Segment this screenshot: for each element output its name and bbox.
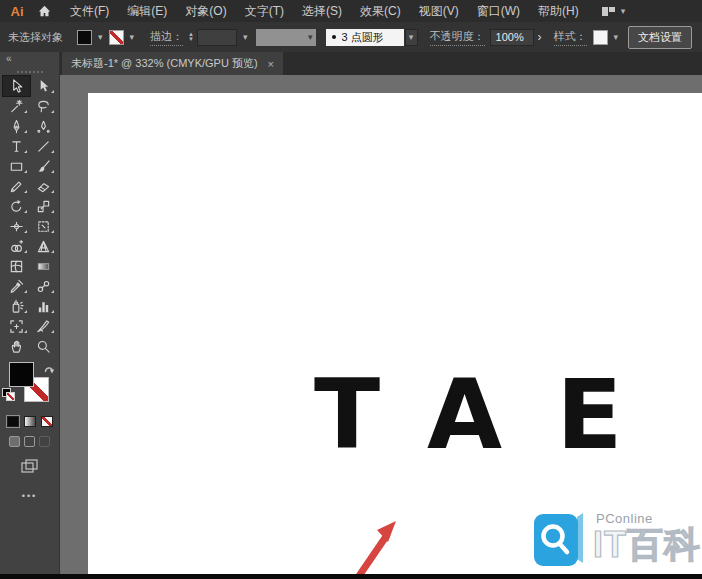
menu-window[interactable]: 窗口(W) [468,3,529,20]
collapse-panel-icon[interactable]: « [0,52,18,66]
type-tool[interactable] [3,136,30,156]
watermark-text: PConline IT百科 [593,511,701,564]
variable-width-profile-dropdown[interactable]: ▾ [256,29,316,46]
menu-bar: Ai 文件(F) 编辑(E) 对象(O) 文字(T) 选择(S) 效果(C) 视… [0,0,702,22]
stroke-weight-stepper[interactable]: ▲ ▼ [188,32,194,42]
chevron-down-icon[interactable]: ▾ [243,33,248,42]
chevron-down-icon: ▾ [308,33,313,42]
shape-builder-tool[interactable] [3,236,30,256]
free-transform-tool[interactable] [30,216,57,236]
paint-mode-buttons [7,416,53,427]
style-label[interactable]: 样式： [554,29,587,46]
none-mode-button[interactable] [41,416,53,427]
drawing-mode-buttons [9,436,50,447]
pen-tool[interactable] [3,116,30,136]
direct-selection-tool[interactable] [30,76,57,96]
stepper-down-icon[interactable]: ▼ [188,37,194,42]
home-icon[interactable] [38,5,51,17]
brush-preview-dot [332,35,336,39]
scale-tool[interactable] [30,196,57,216]
style-swatch[interactable] [593,30,608,45]
stroke-weight-label[interactable]: 描边： [150,29,183,46]
fill-stroke-cluster [2,360,58,412]
opacity-flyout-icon[interactable]: › [538,30,542,44]
blend-tool[interactable] [30,276,57,296]
artboard-tool[interactable] [3,316,30,336]
draw-inside-button[interactable] [39,436,50,447]
stroke-color-swatch[interactable] [109,30,124,45]
pconline-logo-icon [534,511,584,567]
eyedropper-tool[interactable] [3,276,30,296]
magic-wand-tool[interactable] [3,96,30,116]
close-icon[interactable]: × [268,58,274,70]
curvature-tool[interactable] [30,116,57,136]
column-graph-tool[interactable] [30,296,57,316]
control-bar: 未选择对象 ▾ ▾ 描边： ▲ ▼ ▾ ▾ 3 点圆形 ▾ 不透明度： 100%… [0,22,702,53]
more-tools-icon[interactable]: ••• [22,491,37,501]
rectangle-tool[interactable] [3,156,30,176]
draw-behind-button[interactable] [24,436,35,447]
canvas-text[interactable]: TAE [314,366,677,463]
chevron-down-icon[interactable]: ▾ [98,33,103,42]
brush-name: 3 点圆形 [342,30,384,45]
menu-view[interactable]: 视图(V) [410,3,468,20]
document-tab-title: 未标题-1* @ 332% (CMYK/GPU 预览) [71,56,258,71]
watermark-title: IT百科 [593,526,701,564]
gradient-tool[interactable] [30,256,57,276]
swap-fill-stroke-icon[interactable] [44,360,55,378]
chevron-down-icon[interactable]: ▾ [621,7,626,16]
rotate-tool[interactable] [3,196,30,216]
line-segment-tool[interactable] [30,136,57,156]
menu-file[interactable]: 文件(F) [61,3,118,20]
lasso-tool[interactable] [30,96,57,116]
opacity-input[interactable]: 100% [490,29,534,46]
eraser-tool[interactable] [30,176,57,196]
illustrator-window: Ai 文件(F) 编辑(E) 对象(O) 文字(T) 选择(S) 效果(C) 视… [0,0,702,579]
menu-object[interactable]: 对象(O) [176,3,235,20]
stroke-weight-input[interactable] [197,29,237,46]
chevron-down-icon[interactable]: ▾ [130,33,135,42]
perspective-grid-tool[interactable] [30,236,57,256]
workspace-switcher-icon[interactable] [602,7,615,16]
brush-definition-dropdown[interactable]: 3 点圆形 [326,29,404,46]
selection-tool[interactable] [3,76,30,96]
red-annotation-arrow [353,516,409,576]
tools-panel: « [0,52,60,574]
width-tool[interactable] [3,216,30,236]
menu-select[interactable]: 选择(S) [293,3,351,20]
zoom-tool[interactable] [30,336,57,356]
symbol-sprayer-tool[interactable] [3,296,30,316]
hand-tool[interactable] [3,336,30,356]
mesh-tool[interactable] [3,256,30,276]
document-tab[interactable]: 未标题-1* @ 332% (CMYK/GPU 预览) × [62,52,283,75]
panel-grip[interactable] [17,71,43,73]
artboard[interactable]: TAE PConline IT百科 [88,93,702,574]
default-fill-stroke-icon[interactable] [2,388,14,400]
slice-tool[interactable] [30,316,57,336]
tools-grid [3,76,57,356]
ai-logo[interactable]: Ai [4,4,30,19]
brush-dropdown-arrow[interactable]: ▾ [405,29,418,46]
draw-normal-button[interactable] [9,436,20,447]
menu-help[interactable]: 帮助(H) [529,3,588,20]
shaper-tool[interactable] [3,176,30,196]
change-screen-mode-icon[interactable] [21,459,38,477]
fill-swatch[interactable] [9,362,34,387]
selection-status: 未选择对象 [8,30,63,45]
menu-effect[interactable]: 效果(C) [351,3,410,20]
chevron-down-icon[interactable]: ▾ [614,33,619,42]
document-tab-bar: 未标题-1* @ 332% (CMYK/GPU 预览) × [0,52,702,75]
fill-color-swatch[interactable] [77,30,92,45]
menu-type[interactable]: 文字(T) [236,3,293,20]
paintbrush-tool[interactable] [30,156,57,176]
gradient-mode-button[interactable] [24,416,36,427]
document-setup-button[interactable]: 文档设置 [628,26,692,49]
watermark: PConline IT百科 [534,511,701,567]
chevron-down-icon: ▾ [409,33,414,42]
opacity-label[interactable]: 不透明度： [430,29,485,46]
menu-edit[interactable]: 编辑(E) [118,3,176,20]
bottom-strip [0,574,702,579]
color-mode-button[interactable] [7,416,19,427]
